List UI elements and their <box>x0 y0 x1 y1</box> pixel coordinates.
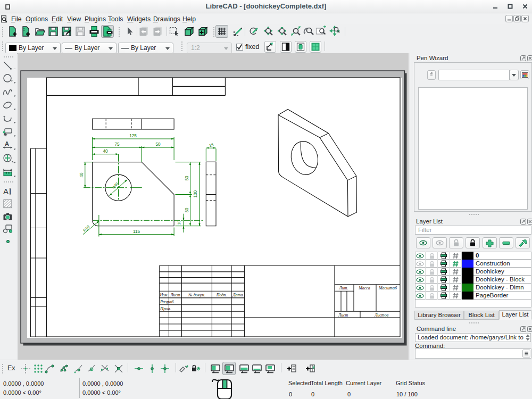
svg-text:115: 115 <box>133 229 140 234</box>
svg-text:Листов: Листов <box>374 313 389 318</box>
svg-text:A: A <box>5 140 9 147</box>
svg-text:A: A <box>3 187 9 196</box>
svg-text:Масса: Масса <box>358 286 370 290</box>
svg-text:Подп.: Подп. <box>216 293 227 297</box>
svg-text:Масштаб: Масштаб <box>378 286 397 290</box>
svg-text:10: 10 <box>177 220 181 225</box>
svg-text:50: 50 <box>155 142 161 147</box>
svg-text:Лит.: Лит. <box>338 286 348 290</box>
svg-text:125: 125 <box>129 134 137 138</box>
svg-text:Пров.: Пров. <box>160 306 171 311</box>
svg-text:40: 40 <box>103 149 108 154</box>
svg-text:Разраб.: Разраб. <box>160 299 174 304</box>
svg-text:Дата: Дата <box>232 293 243 297</box>
svg-text:Лист: Лист <box>338 313 348 318</box>
svg-text:40: 40 <box>79 172 84 178</box>
svg-text:50: 50 <box>185 176 189 181</box>
svg-text:100: 100 <box>194 190 198 197</box>
svg-text:№ докум.: № докум. <box>188 293 205 297</box>
svg-text:Изм.: Изм. <box>160 293 169 297</box>
svg-text:50: 50 <box>185 207 189 213</box>
svg-text:75: 75 <box>114 142 120 147</box>
svg-text:Лист: Лист <box>170 293 180 297</box>
